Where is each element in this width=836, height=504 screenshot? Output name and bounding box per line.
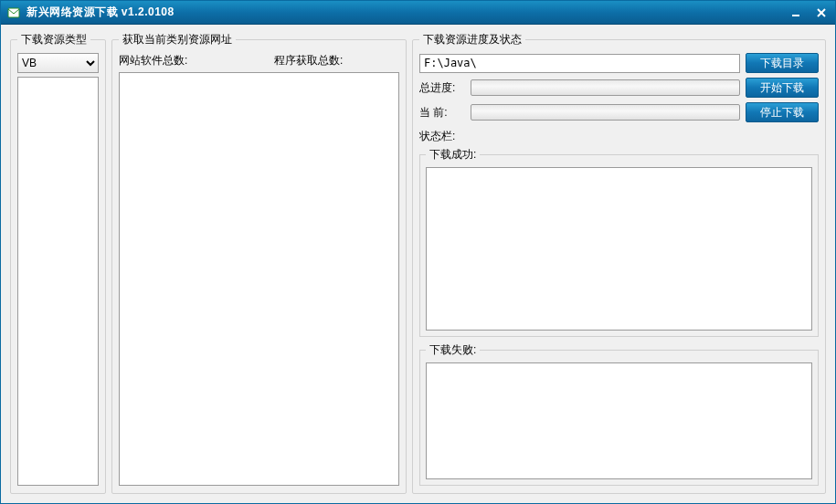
app-window: 新兴网络资源下载 v1.2.0108 下载资源类型 VB 获取当 bbox=[0, 0, 836, 504]
success-legend: 下载成功: bbox=[426, 147, 480, 163]
current-progress-row: 当 前: 停止下载 bbox=[419, 102, 819, 122]
svg-rect-0 bbox=[8, 8, 19, 17]
type-list[interactable] bbox=[17, 77, 99, 486]
type-column: 下载资源类型 VB bbox=[10, 32, 106, 494]
total-progress-label: 总进度: bbox=[419, 80, 465, 96]
fail-list[interactable] bbox=[426, 362, 812, 479]
fetch-legend: 获取当前类别资源网址 bbox=[119, 32, 236, 47]
svg-rect-1 bbox=[792, 15, 799, 16]
fetch-group: 获取当前类别资源网址 网站软件总数: 程序获取总数: bbox=[111, 32, 407, 494]
total-progress-row: 总进度: 开始下载 bbox=[419, 78, 819, 98]
client-area: 下载资源类型 VB 获取当前类别资源网址 网站软件总数: 程序获取总数: 下载资 bbox=[1, 25, 835, 503]
path-input[interactable] bbox=[419, 54, 740, 73]
current-progress-label: 当 前: bbox=[419, 105, 465, 121]
site-total-label: 网站软件总数: bbox=[119, 53, 274, 68]
progress-legend: 下载资源进度及状态 bbox=[419, 32, 525, 47]
minimize-button[interactable] bbox=[784, 4, 808, 22]
status-bar-label: 状态栏: bbox=[419, 129, 819, 144]
app-icon bbox=[6, 5, 21, 20]
type-group: 下载资源类型 VB bbox=[10, 32, 106, 494]
progress-group: 下载资源进度及状态 下载目录 总进度: 开始下载 当 前: 停止下载 状态栏: bbox=[412, 32, 826, 494]
success-group: 下载成功: bbox=[419, 147, 819, 337]
titlebar: 新兴网络资源下载 v1.2.0108 bbox=[1, 1, 835, 25]
type-select[interactable]: VB bbox=[17, 53, 99, 73]
stop-download-button[interactable]: 停止下载 bbox=[746, 102, 819, 122]
window-title: 新兴网络资源下载 v1.2.0108 bbox=[26, 5, 784, 20]
total-progress-bar bbox=[471, 79, 740, 96]
fetch-list[interactable] bbox=[119, 72, 399, 486]
type-legend: 下载资源类型 bbox=[17, 32, 90, 47]
fail-legend: 下载失败: bbox=[426, 342, 480, 358]
path-row: 下载目录 bbox=[419, 53, 819, 73]
close-button[interactable] bbox=[810, 4, 833, 22]
start-download-button[interactable]: 开始下载 bbox=[746, 78, 819, 98]
fetch-column: 获取当前类别资源网址 网站软件总数: 程序获取总数: bbox=[111, 32, 407, 494]
progress-column: 下载资源进度及状态 下载目录 总进度: 开始下载 当 前: 停止下载 状态栏: bbox=[412, 32, 826, 494]
download-dir-button[interactable]: 下载目录 bbox=[746, 53, 819, 73]
success-list[interactable] bbox=[426, 167, 812, 331]
fetch-total-label: 程序获取总数: bbox=[274, 53, 343, 68]
current-progress-bar bbox=[471, 104, 740, 121]
fail-group: 下载失败: bbox=[419, 342, 819, 486]
fetch-counts-row: 网站软件总数: 程序获取总数: bbox=[119, 53, 399, 68]
